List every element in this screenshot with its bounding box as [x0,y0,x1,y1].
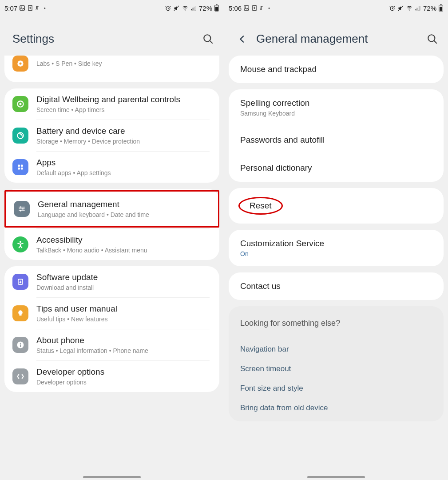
settings-row-dev[interactable]: Developer options Developer options [4,361,219,392]
home-indicator[interactable] [307,476,365,478]
card-contact: Contact us [229,272,444,300]
row-title: Apps [36,158,211,168]
svg-rect-7 [193,8,194,10]
card-mouse: Mouse and trackpad [229,56,444,83]
svg-point-33 [20,343,21,344]
row-title: About phone [36,336,211,345]
svg-point-48 [428,35,435,41]
svg-point-40 [409,10,410,11]
left-phone: 5:07 • 72% Settings L [0,0,224,480]
alarm-icon [389,5,396,12]
search-button[interactable] [426,32,439,46]
svg-point-18 [20,103,22,105]
row-sub: Language and keyboard • Date and time [38,211,210,218]
sw-icon [12,274,28,290]
row-passwords[interactable]: Passwords and autofill [229,126,444,154]
suggestions-heading: Looking for something else? [240,319,432,328]
home-indicator[interactable] [83,476,141,478]
row-title: Accessibility [36,235,211,245]
image-icon [19,5,25,11]
svg-rect-9 [195,6,196,10]
row-title: Digital Wellbeing and parental controls [36,95,211,104]
card-reset: Reset [229,188,444,224]
row-sub: On [240,250,432,257]
about-icon [12,337,28,353]
suggestion-link-navbar[interactable]: Navigation bar [240,340,432,359]
svg-rect-44 [419,6,420,10]
row-sub: TalkBack • Mono audio • Assistant menu [36,247,211,254]
settings-row-about[interactable]: About phone Status • Legal information •… [4,329,219,360]
row-customization[interactable]: Customization Service On [229,230,444,266]
row-spelling[interactable]: Spelling correction Samsung Keyboard [229,89,444,126]
highlight-general-management: General management Language and keyboard… [4,190,219,228]
row-title: General management [38,200,210,209]
svg-point-22 [18,168,20,170]
card-general: General management Language and keyboard… [4,189,219,260]
svg-rect-8 [194,7,194,11]
music-icon [259,5,265,11]
svg-point-27 [22,208,24,209]
svg-point-13 [204,35,210,41]
row-reset[interactable]: Reset [229,188,444,224]
right-phone: 5:06 • 72% General management Mouse and … [224,0,448,480]
row-sub: Developer options [36,379,211,386]
row-contact[interactable]: Contact us [229,272,444,300]
row-title: Software update [36,272,211,282]
battery-icon [214,4,219,12]
header: Settings [0,14,224,56]
row-sub: Screen time • App timers [36,106,211,113]
settings-row-advanced[interactable]: Labs • S Pen • Side key [4,56,219,78]
row-dictionary[interactable]: Personal dictionary [229,154,444,182]
settings-row-general-management[interactable]: General management Language and keyboard… [6,192,218,226]
music-icon [35,5,40,11]
settings-row-software-update[interactable]: Software update Download and install [4,266,219,297]
settings-row-battery[interactable]: Battery and device care Storage • Memory… [4,120,219,151]
settings-list[interactable]: Labs • S Pen • Side key Digital Wellbein… [0,56,224,479]
general-management-list[interactable]: Mouse and trackpad Spelling correction S… [224,56,448,479]
signal-icon [190,5,197,11]
svg-line-49 [434,40,437,44]
svg-rect-0 [20,6,25,11]
image-icon [243,5,250,11]
settings-row-accessibility[interactable]: Accessibility TalkBack • Mono audio • As… [4,229,219,260]
alarm-icon [165,5,171,12]
advanced-icon [12,56,28,72]
svg-line-14 [210,40,213,44]
battery-icon [438,4,444,12]
wellbeing-icon [12,96,28,112]
svg-rect-43 [418,7,419,11]
row-sub: Useful tips • New features [36,316,211,323]
card-input: Spelling correction Samsung Keyboard Pas… [229,89,444,182]
chevron-left-icon [238,34,247,44]
mute-icon [173,5,180,12]
header: General management [224,14,448,56]
page-title: General management [256,32,418,46]
back-button[interactable] [237,33,248,45]
row-sub: Labs • S Pen • Side key [36,60,211,67]
svg-point-21 [21,164,23,167]
settings-row-apps[interactable]: Apps Default apps • App settings [4,152,219,183]
search-button[interactable] [202,32,215,46]
row-title: Personal dictionary [240,163,432,173]
row-sub: Status • Legal information • Phone name [36,347,211,354]
settings-row-wellbeing[interactable]: Digital Wellbeing and parental controls … [4,88,219,120]
card-care: Digital Wellbeing and parental controls … [4,88,219,183]
apps-icon [12,159,28,175]
svg-point-29 [20,210,21,212]
tips-icon [12,305,28,321]
row-mouse-trackpad[interactable]: Mouse and trackpad [229,56,444,83]
search-icon [427,33,438,45]
suggestion-link-timeout[interactable]: Screen timeout [240,359,432,379]
suggestion-link-font[interactable]: Font size and style [240,379,432,398]
settings-row-tips[interactable]: Tips and user manual Useful tips • New f… [4,298,219,329]
status-bar: 5:06 • 72% [224,0,448,14]
svg-point-5 [185,10,186,11]
wifi-icon [182,5,189,11]
svg-rect-6 [191,9,192,10]
row-title: Battery and device care [36,126,211,136]
svg-rect-34 [20,344,21,347]
svg-point-23 [21,168,23,170]
dot-icon: • [268,6,270,11]
suggestion-link-bringdata[interactable]: Bring data from old device [240,398,432,418]
row-sub: Samsung Keyboard [240,110,432,117]
